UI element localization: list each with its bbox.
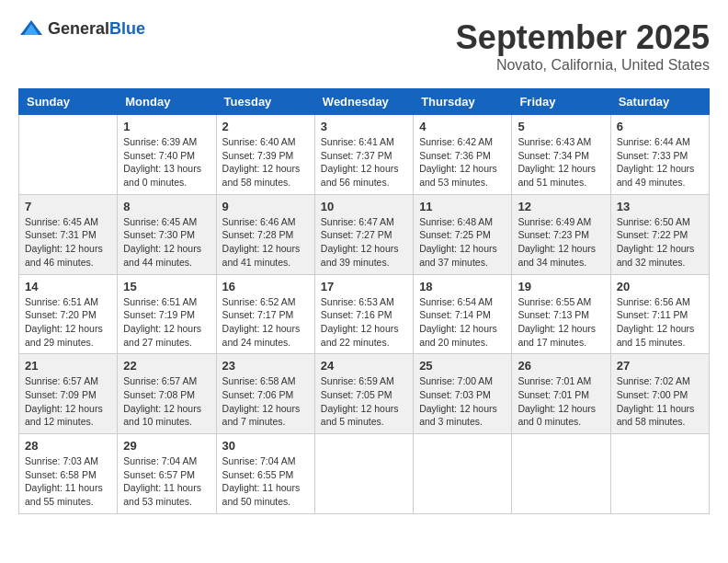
day-info: Sunrise: 6:56 AMSunset: 7:11 PMDaylight:… bbox=[617, 295, 703, 350]
day-number: 15 bbox=[123, 280, 210, 293]
day-number: 12 bbox=[518, 200, 604, 213]
calendar-table: SundayMondayTuesdayWednesdayThursdayFrid… bbox=[18, 88, 710, 514]
calendar-week-row: 7Sunrise: 6:45 AMSunset: 7:31 PMDaylight… bbox=[19, 194, 710, 274]
logo-icon bbox=[18, 18, 44, 39]
day-info: Sunrise: 7:00 AMSunset: 7:03 PMDaylight:… bbox=[419, 374, 506, 429]
day-info: Sunrise: 6:51 AMSunset: 7:19 PMDaylight:… bbox=[123, 295, 210, 350]
day-number: 1 bbox=[123, 120, 210, 133]
calendar-cell: 4Sunrise: 6:42 AMSunset: 7:36 PMDaylight… bbox=[414, 115, 512, 195]
calendar-cell: 20Sunrise: 6:56 AMSunset: 7:11 PMDayligh… bbox=[610, 274, 709, 354]
calendar-cell: 19Sunrise: 6:55 AMSunset: 7:13 PMDayligh… bbox=[512, 274, 610, 354]
day-info: Sunrise: 7:03 AMSunset: 6:58 PMDaylight:… bbox=[25, 454, 111, 509]
calendar-cell: 13Sunrise: 6:50 AMSunset: 7:22 PMDayligh… bbox=[610, 194, 709, 274]
calendar-cell: 28Sunrise: 7:03 AMSunset: 6:58 PMDayligh… bbox=[19, 434, 118, 514]
calendar-cell: 21Sunrise: 6:57 AMSunset: 7:09 PMDayligh… bbox=[19, 354, 118, 434]
day-number: 18 bbox=[419, 280, 506, 293]
day-number: 9 bbox=[222, 200, 309, 213]
day-info: Sunrise: 6:58 AMSunset: 7:06 PMDaylight:… bbox=[222, 374, 309, 429]
day-number: 17 bbox=[321, 280, 407, 293]
calendar-cell: 6Sunrise: 6:44 AMSunset: 7:33 PMDaylight… bbox=[610, 115, 709, 195]
day-info: Sunrise: 6:43 AMSunset: 7:34 PMDaylight:… bbox=[518, 135, 604, 190]
calendar-cell: 1Sunrise: 6:39 AMSunset: 7:40 PMDaylight… bbox=[118, 115, 216, 195]
calendar-cell: 27Sunrise: 7:02 AMSunset: 7:00 PMDayligh… bbox=[610, 354, 709, 434]
day-info: Sunrise: 6:44 AMSunset: 7:33 PMDaylight:… bbox=[617, 135, 703, 190]
day-number: 27 bbox=[617, 359, 703, 373]
calendar-cell: 22Sunrise: 6:57 AMSunset: 7:08 PMDayligh… bbox=[118, 354, 216, 434]
calendar-cell: 2Sunrise: 6:40 AMSunset: 7:39 PMDaylight… bbox=[216, 115, 314, 195]
calendar-week-row: 21Sunrise: 6:57 AMSunset: 7:09 PMDayligh… bbox=[19, 354, 710, 434]
calendar-location: Novato, California, United States bbox=[456, 57, 710, 74]
logo: GeneralBlue bbox=[18, 18, 145, 39]
day-number: 23 bbox=[222, 359, 309, 373]
day-info: Sunrise: 6:46 AMSunset: 7:28 PMDaylight:… bbox=[222, 215, 309, 270]
calendar-cell: 17Sunrise: 6:53 AMSunset: 7:16 PMDayligh… bbox=[314, 274, 413, 354]
day-number: 14 bbox=[25, 280, 111, 293]
calendar-cell: 5Sunrise: 6:43 AMSunset: 7:34 PMDaylight… bbox=[512, 115, 610, 195]
calendar-cell: 23Sunrise: 6:58 AMSunset: 7:06 PMDayligh… bbox=[216, 354, 314, 434]
day-info: Sunrise: 7:04 AMSunset: 6:57 PMDaylight:… bbox=[123, 454, 210, 509]
calendar-cell: 30Sunrise: 7:04 AMSunset: 6:55 PMDayligh… bbox=[216, 434, 314, 514]
calendar-cell: 24Sunrise: 6:59 AMSunset: 7:05 PMDayligh… bbox=[314, 354, 413, 434]
day-info: Sunrise: 6:48 AMSunset: 7:25 PMDaylight:… bbox=[419, 215, 506, 270]
calendar-cell: 7Sunrise: 6:45 AMSunset: 7:31 PMDaylight… bbox=[19, 194, 118, 274]
calendar-title: September 2025 bbox=[456, 18, 710, 57]
day-info: Sunrise: 6:59 AMSunset: 7:05 PMDaylight:… bbox=[321, 374, 407, 429]
page-header: GeneralBlue September 2025 Novato, Calif… bbox=[18, 18, 710, 74]
day-number: 8 bbox=[123, 200, 210, 213]
day-number: 3 bbox=[321, 120, 407, 133]
day-info: Sunrise: 6:51 AMSunset: 7:20 PMDaylight:… bbox=[25, 295, 111, 350]
weekday-header-wednesday: Wednesday bbox=[314, 89, 413, 115]
calendar-cell: 11Sunrise: 6:48 AMSunset: 7:25 PMDayligh… bbox=[414, 194, 512, 274]
calendar-cell bbox=[414, 434, 512, 514]
day-number: 10 bbox=[321, 200, 407, 213]
calendar-cell bbox=[512, 434, 610, 514]
day-info: Sunrise: 6:50 AMSunset: 7:22 PMDaylight:… bbox=[617, 215, 703, 270]
day-info: Sunrise: 6:45 AMSunset: 7:31 PMDaylight:… bbox=[25, 215, 111, 270]
calendar-cell: 16Sunrise: 6:52 AMSunset: 7:17 PMDayligh… bbox=[216, 274, 314, 354]
day-info: Sunrise: 7:01 AMSunset: 7:01 PMDaylight:… bbox=[518, 374, 604, 429]
day-info: Sunrise: 6:57 AMSunset: 7:08 PMDaylight:… bbox=[123, 374, 210, 429]
day-number: 6 bbox=[617, 120, 703, 133]
day-info: Sunrise: 7:04 AMSunset: 6:55 PMDaylight:… bbox=[222, 454, 309, 509]
day-number: 28 bbox=[25, 439, 111, 453]
day-number: 19 bbox=[518, 280, 604, 293]
calendar-cell: 12Sunrise: 6:49 AMSunset: 7:23 PMDayligh… bbox=[512, 194, 610, 274]
calendar-week-row: 14Sunrise: 6:51 AMSunset: 7:20 PMDayligh… bbox=[19, 274, 710, 354]
day-info: Sunrise: 6:45 AMSunset: 7:30 PMDaylight:… bbox=[123, 215, 210, 270]
day-info: Sunrise: 6:55 AMSunset: 7:13 PMDaylight:… bbox=[518, 295, 604, 350]
weekday-header-friday: Friday bbox=[512, 89, 610, 115]
day-info: Sunrise: 6:39 AMSunset: 7:40 PMDaylight:… bbox=[123, 135, 210, 190]
weekday-header-thursday: Thursday bbox=[414, 89, 512, 115]
calendar-cell bbox=[19, 115, 118, 195]
calendar-cell: 3Sunrise: 6:41 AMSunset: 7:37 PMDaylight… bbox=[314, 115, 413, 195]
day-info: Sunrise: 6:52 AMSunset: 7:17 PMDaylight:… bbox=[222, 295, 309, 350]
day-number: 26 bbox=[518, 359, 604, 373]
day-number: 21 bbox=[25, 359, 111, 373]
calendar-cell: 26Sunrise: 7:01 AMSunset: 7:01 PMDayligh… bbox=[512, 354, 610, 434]
day-number: 7 bbox=[25, 200, 111, 213]
logo-text-general: General bbox=[48, 19, 109, 38]
day-number: 29 bbox=[123, 439, 210, 453]
calendar-week-row: 1Sunrise: 6:39 AMSunset: 7:40 PMDaylight… bbox=[19, 115, 710, 195]
weekday-header-saturday: Saturday bbox=[610, 89, 709, 115]
day-info: Sunrise: 6:47 AMSunset: 7:27 PMDaylight:… bbox=[321, 215, 407, 270]
day-number: 4 bbox=[419, 120, 506, 133]
title-block: September 2025 Novato, California, Unite… bbox=[456, 18, 710, 74]
calendar-cell: 14Sunrise: 6:51 AMSunset: 7:20 PMDayligh… bbox=[19, 274, 118, 354]
calendar-cell bbox=[610, 434, 709, 514]
calendar-cell bbox=[314, 434, 413, 514]
day-number: 13 bbox=[617, 200, 703, 213]
weekday-header-tuesday: Tuesday bbox=[216, 89, 314, 115]
calendar-cell: 9Sunrise: 6:46 AMSunset: 7:28 PMDaylight… bbox=[216, 194, 314, 274]
day-info: Sunrise: 6:42 AMSunset: 7:36 PMDaylight:… bbox=[419, 135, 506, 190]
logo-text-blue: Blue bbox=[109, 19, 145, 38]
calendar-cell: 8Sunrise: 6:45 AMSunset: 7:30 PMDaylight… bbox=[118, 194, 216, 274]
day-info: Sunrise: 6:53 AMSunset: 7:16 PMDaylight:… bbox=[321, 295, 407, 350]
day-number: 2 bbox=[222, 120, 309, 133]
day-info: Sunrise: 6:54 AMSunset: 7:14 PMDaylight:… bbox=[419, 295, 506, 350]
day-number: 16 bbox=[222, 280, 309, 293]
weekday-header-row: SundayMondayTuesdayWednesdayThursdayFrid… bbox=[19, 89, 710, 115]
calendar-cell: 25Sunrise: 7:00 AMSunset: 7:03 PMDayligh… bbox=[414, 354, 512, 434]
day-info: Sunrise: 6:41 AMSunset: 7:37 PMDaylight:… bbox=[321, 135, 407, 190]
calendar-cell: 18Sunrise: 6:54 AMSunset: 7:14 PMDayligh… bbox=[414, 274, 512, 354]
